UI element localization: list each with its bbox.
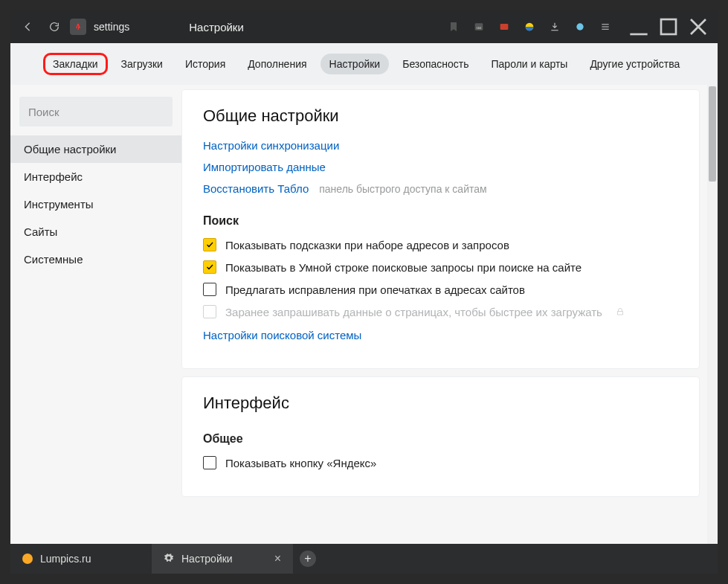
show-yandex-button-checkbox[interactable] [203, 456, 216, 469]
search-option-label-3: Заранее запрашивать данные о страницах, … [225, 306, 602, 318]
search-option-label-1: Показывать в Умной строке поисковые запр… [225, 261, 582, 274]
minimize-button[interactable] [624, 14, 654, 39]
svg-rect-5 [661, 19, 676, 34]
topnav-item-0[interactable]: Закладки [43, 53, 108, 75]
import-data-link[interactable]: Импортировать данные [203, 161, 326, 173]
interface-settings-card: Интерфейс Общее Показывать кнопку «Яндек… [181, 376, 700, 497]
browser-tab-1[interactable]: Настройки× [152, 544, 293, 574]
gear-icon [164, 553, 174, 565]
address-text[interactable]: settings [94, 21, 129, 33]
restore-speeddial-link[interactable]: Восстановить Табло [203, 182, 309, 195]
search-option-row-2: Предлагать исправления при опечатках в а… [203, 283, 678, 296]
topnav-item-5[interactable]: Безопасность [393, 54, 477, 74]
vertical-scrollbar[interactable] [707, 85, 718, 544]
back-button[interactable] [15, 14, 40, 39]
search-engine-settings-link[interactable]: Настройки поисковой системы [203, 329, 361, 341]
ext-lastfm-icon[interactable] [492, 14, 517, 39]
search-section-heading: Поиск [203, 214, 678, 228]
ext-circle-icon[interactable] [517, 14, 542, 39]
sidebar-item-0[interactable]: Общие настройки [10, 135, 181, 163]
close-tab-icon[interactable]: × [274, 552, 281, 565]
svg-point-4 [576, 23, 583, 30]
sidebar-search-input[interactable]: Поиск [19, 97, 173, 126]
settings-main: Общие настройки Настройки синхронизации … [181, 85, 718, 544]
search-option-checkbox-3 [203, 305, 216, 318]
sidebar-item-2[interactable]: Инструменты [10, 190, 181, 218]
interface-subsection: Общее [203, 432, 678, 446]
interface-title: Интерфейс [203, 394, 678, 413]
ublock-icon[interactable]: uo [466, 14, 492, 39]
topnav-item-3[interactable]: Дополнения [239, 54, 315, 74]
general-settings-card: Общие настройки Настройки синхронизации … [181, 89, 700, 369]
lock-icon [616, 307, 625, 316]
browser-tabstrip: Lumpics.ruНастройки×+ [10, 544, 718, 574]
scrollbar-thumb[interactable] [709, 86, 716, 182]
sidebar-item-3[interactable]: Сайты [10, 218, 181, 246]
page-title: Настройки [189, 21, 244, 33]
sidebar-item-4[interactable]: Системные [10, 246, 181, 273]
bookmark-icon[interactable] [441, 14, 466, 39]
svg-text:uo: uo [477, 25, 482, 30]
search-option-checkbox-1[interactable] [203, 260, 216, 274]
topnav-item-2[interactable]: История [176, 54, 234, 74]
sidebar-item-1[interactable]: Интерфейс [10, 163, 181, 190]
search-option-row-0: Показывать подсказки при наборе адресов … [203, 238, 678, 251]
maximize-button[interactable] [654, 14, 683, 39]
new-tab-button[interactable]: + [293, 544, 323, 574]
search-option-row-3: Заранее запрашивать данные о страницах, … [203, 305, 678, 318]
search-option-label-0: Показывать подсказки при наборе адресов … [225, 239, 509, 251]
browser-tab-0[interactable]: Lumpics.ru [10, 544, 152, 574]
topnav-item-1[interactable]: Загрузки [112, 54, 172, 74]
topnav-item-4[interactable]: Настройки [320, 54, 390, 74]
favicon-icon [22, 553, 33, 564]
address-site-icon[interactable] [70, 19, 86, 35]
svg-rect-2 [500, 24, 509, 30]
search-option-label-2: Предлагать исправления при опечатках в а… [225, 283, 525, 296]
tab-label: Настройки [181, 553, 233, 565]
topnav-item-7[interactable]: Другие устройства [581, 54, 689, 74]
sync-settings-link[interactable]: Настройки синхронизации [203, 139, 339, 152]
reload-button[interactable] [42, 14, 67, 39]
search-option-checkbox-0[interactable] [203, 238, 216, 251]
restore-note: панель быстрого доступа к сайтам [319, 183, 486, 195]
search-option-row-1: Показывать в Умной строке поисковые запр… [203, 260, 678, 274]
settings-top-nav: ЗакладкиЗагрузкиИсторияДополненияНастрой… [10, 43, 718, 85]
show-yandex-button-label: Показывать кнопку «Яндекс» [225, 457, 376, 469]
search-option-checkbox-2[interactable] [203, 283, 216, 296]
topnav-item-6[interactable]: Пароли и карты [483, 54, 577, 74]
close-window-button[interactable] [683, 14, 713, 39]
settings-sidebar: Поиск Общие настройкиИнтерфейсИнструмент… [10, 85, 181, 544]
menu-icon[interactable] [593, 14, 618, 39]
tab-label: Lumpics.ru [40, 553, 91, 565]
profile-icon[interactable] [567, 14, 593, 39]
general-title: Общие настройки [203, 106, 678, 126]
downloads-icon[interactable] [542, 14, 567, 39]
titlebar: settings Настройки uo [10, 10, 718, 43]
